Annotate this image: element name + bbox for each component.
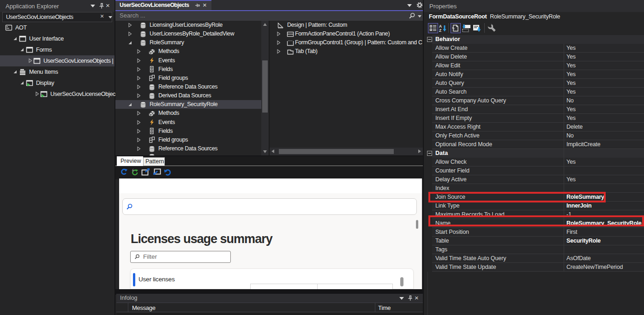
svg-text:Z: Z	[439, 28, 441, 33]
